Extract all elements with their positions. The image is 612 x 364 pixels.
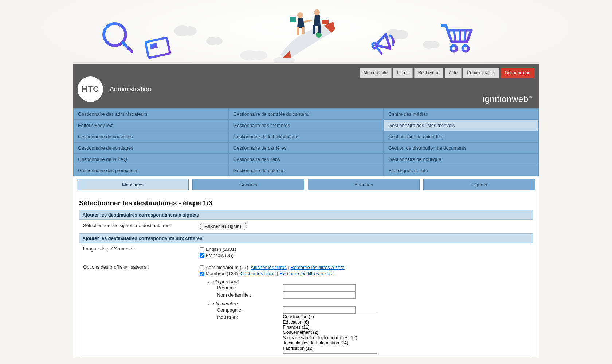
svg-point-35 <box>463 46 468 51</box>
svg-point-24 <box>297 12 303 18</box>
page-title: Sélectionner les destinataires - étape 1… <box>79 197 533 210</box>
industry-label: Industrie : <box>217 314 283 321</box>
tab[interactable]: Signets <box>423 179 535 190</box>
personal-profile-header: Profil personel <box>208 279 529 284</box>
industry-select[interactable]: Construction (7)Éducation (6)Finances (1… <box>283 314 377 354</box>
nav-item[interactable]: Gestionnaire des promotions <box>73 165 228 176</box>
first-name-label: Prénom : <box>217 284 283 292</box>
language-option: English (2331) <box>200 246 529 252</box>
feedback-button[interactable]: Commentaires <box>463 68 499 78</box>
svg-point-3 <box>213 37 223 45</box>
cart-icon <box>437 20 477 56</box>
powered-by: ignitionweb™ <box>483 94 532 104</box>
nav-item[interactable]: Gestionnaire des administrateurs <box>73 108 228 120</box>
top-bar: Mon comptehtc.caRechercheAideCommentaire… <box>73 64 539 108</box>
administrators-checkbox[interactable] <box>200 265 204 270</box>
nav-item[interactable]: Statistiques du site <box>384 165 539 176</box>
nav-item[interactable]: Gestionnaire du calendrier <box>384 131 539 142</box>
members-reset-filters-link[interactable]: Remettre les filtres à zéro <box>279 271 333 276</box>
svg-rect-28 <box>290 17 296 22</box>
svg-line-27 <box>304 20 312 22</box>
svg-line-16 <box>160 56 161 61</box>
nav-item[interactable]: Gestionnaire de nouvelles <box>73 131 228 142</box>
svg-line-33 <box>465 30 466 41</box>
nav-item[interactable]: Gestionnaire des listes d'envois <box>384 120 539 131</box>
svg-point-1 <box>184 26 197 36</box>
hero-banner <box>0 0 612 62</box>
profiles-label: Options des profils utilisateurs : <box>79 261 196 357</box>
content-area: Sélectionner les destinataires - étape 1… <box>73 193 539 357</box>
svg-line-32 <box>460 30 460 41</box>
svg-rect-13 <box>150 43 158 50</box>
cloud-icon <box>171 22 200 36</box>
first-name-input[interactable] <box>283 284 356 292</box>
language-option: Français (25) <box>200 252 529 258</box>
tab[interactable]: Gabarits <box>192 179 304 190</box>
svg-point-9 <box>251 51 267 60</box>
last-name-input[interactable] <box>283 292 356 299</box>
svg-line-31 <box>454 30 455 41</box>
svg-rect-22 <box>318 25 321 33</box>
svg-rect-25 <box>297 27 299 35</box>
language-checkbox[interactable] <box>200 253 204 258</box>
cloud-icon <box>237 47 273 62</box>
admin-reset-filters-link[interactable]: Remettre les filtres à zéro <box>290 265 344 270</box>
brand-logo: HTC <box>78 76 103 102</box>
nav-item[interactable]: Gestionnaire de contrôle du contenu <box>228 108 384 120</box>
nav-item[interactable]: Gestionnaire de la FAQ <box>73 154 228 165</box>
svg-point-34 <box>451 46 457 51</box>
language-label: Langue de préférence * : <box>79 243 196 261</box>
nav-item[interactable]: Gestionnaire de carrières <box>228 142 384 154</box>
admin-show-filters-link[interactable]: Afficher les filtres <box>251 265 287 270</box>
nav-item[interactable]: Gestionnaire de galeries <box>228 165 384 176</box>
administrators-checkbox-row: Administrateurs (17) Afficher les filtre… <box>200 264 529 270</box>
nav-grid: Gestionnaire des administrateursGestionn… <box>73 108 539 176</box>
company-label: Compagnie : <box>217 306 283 314</box>
svg-rect-21 <box>313 25 315 34</box>
svg-line-30 <box>377 47 381 54</box>
search-button[interactable]: Recherche <box>414 68 443 78</box>
nav-item[interactable]: Gestionnaire des liens <box>228 154 384 165</box>
help-button[interactable]: Aide <box>445 68 462 78</box>
member-profile-header: Profil membre <box>208 301 529 306</box>
rocket-illustration <box>270 4 342 62</box>
svg-rect-23 <box>322 20 329 24</box>
section-bookmarks-header: Ajouter les destinataires correspondant … <box>79 210 533 220</box>
language-checkbox[interactable] <box>200 247 204 252</box>
nav-item[interactable]: Gestionnaire des membres <box>228 120 384 131</box>
nav-item[interactable]: Gestionnaire de la bibliothèque <box>228 131 384 142</box>
members-checkbox-row: Membres (134) Cacher les filtres | Remet… <box>200 270 529 277</box>
tab[interactable]: Messages <box>77 179 189 190</box>
members-hide-filters-link[interactable]: Cacher les filtres <box>240 271 276 276</box>
cloud-icon <box>204 35 226 46</box>
nav-item[interactable]: Éditeur EasyText <box>73 120 228 131</box>
svg-line-15 <box>159 46 164 47</box>
svg-rect-26 <box>302 27 305 34</box>
admin-panel: Mon comptehtc.caRechercheAideCommentaire… <box>73 64 539 357</box>
show-bookmarks-button[interactable]: Afficher les signets <box>200 223 247 230</box>
company-input[interactable] <box>283 306 356 314</box>
document-icon <box>141 33 180 62</box>
logout-button[interactable]: Déconnexion <box>501 68 534 78</box>
nav-item[interactable]: Gestionnaire de sondages <box>73 142 228 154</box>
my-account-button[interactable]: Mon compte <box>360 68 392 78</box>
svg-line-14 <box>158 43 165 44</box>
section-criteria-header: Ajouter les destinataires correspondants… <box>79 233 533 243</box>
brand-title: Administration <box>110 86 151 93</box>
nav-item[interactable]: Gestion de distribution de documents <box>384 142 539 154</box>
nav-item[interactable]: Gestionnaire de boutique <box>384 154 539 165</box>
sub-tabs: MessagesGabaritsAbonnésSignets <box>73 176 539 193</box>
svg-rect-12 <box>145 38 170 58</box>
bookmarks-row-label: Sélectionner des signets de destinataire… <box>79 220 196 233</box>
search-icon <box>98 18 138 58</box>
nav-item[interactable]: Centre des médias <box>384 108 539 120</box>
last-name-label: Nom de famille : <box>217 292 283 299</box>
htc-site-button[interactable]: htc.ca <box>393 68 413 78</box>
tab[interactable]: Abonnés <box>308 179 420 190</box>
svg-point-20 <box>314 9 320 15</box>
members-checkbox[interactable] <box>200 272 204 276</box>
svg-line-11 <box>123 43 132 52</box>
